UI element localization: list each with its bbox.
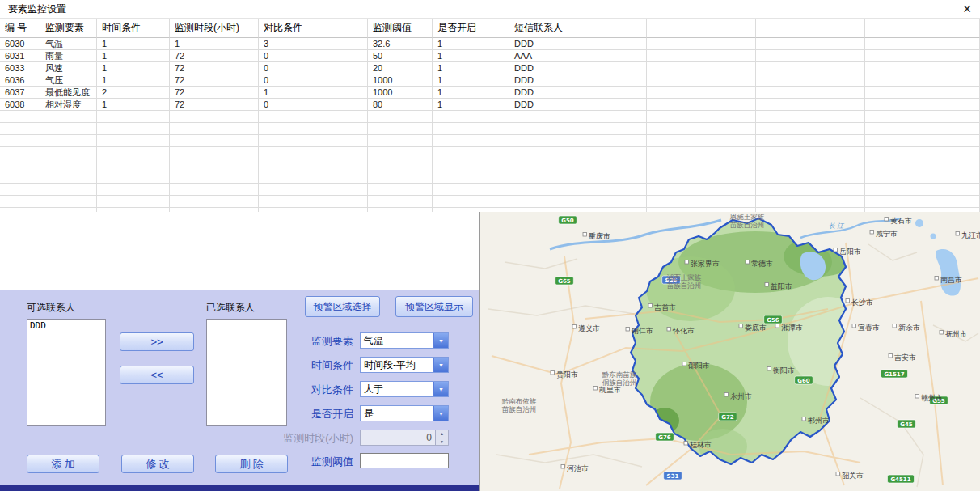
table-cell (865, 74, 980, 87)
table-cell (433, 111, 509, 123)
table-cell: 1 (97, 99, 170, 111)
modify-button[interactable]: 修 改 (121, 455, 194, 473)
table-row[interactable] (0, 123, 980, 135)
table-cell (756, 38, 865, 50)
table-row[interactable] (0, 135, 980, 147)
map-city-label: 贵阳市 (556, 370, 578, 379)
table-row[interactable]: 6031雨量1720501AAA (0, 50, 980, 62)
element-monitor-settings-window: 要素监控设置 ✕ 编 号监测要素时间条件监测时段(小时)对比条件监测阈值是否开启… (0, 0, 980, 491)
table-cell (368, 147, 433, 159)
map-city-label: 常德市 (751, 260, 773, 268)
table-cell (756, 87, 865, 99)
chevron-down-icon[interactable]: ▼ (433, 382, 448, 396)
table-row[interactable]: 6038相对湿度1720801DDD (0, 99, 980, 111)
table-row[interactable] (0, 196, 980, 208)
region-label: 湘西土家族 (666, 273, 702, 281)
table-row[interactable] (0, 171, 980, 184)
column-header[interactable]: 监测阈值 (368, 19, 433, 38)
monitor-table[interactable]: 编 号监测要素时间条件监测时段(小时)对比条件监测阈值是否开启短信联系人 603… (0, 18, 980, 213)
table-row[interactable]: 6033风速1720201DDD (0, 62, 980, 74)
chevron-down-icon[interactable]: ▼ (433, 406, 448, 421)
table-cell (40, 147, 97, 159)
map-city-label: 湘潭市 (781, 324, 803, 332)
chevron-down-icon[interactable]: ▼ (433, 333, 448, 348)
compare-condition-select[interactable]: 大于 ▼ (360, 381, 449, 397)
city-marker-icon (834, 248, 838, 252)
table-cell (259, 184, 368, 196)
enabled-label: 是否开启 (267, 408, 353, 421)
column-header[interactable]: 对比条件 (259, 19, 368, 38)
table-cell (509, 135, 647, 147)
column-header[interactable] (647, 19, 756, 38)
table-row[interactable]: 6030气温11332.61DDD (0, 38, 980, 50)
column-header[interactable] (865, 19, 980, 38)
time-condition-label: 时间条件 (267, 359, 353, 372)
map-city-label: 遵义市 (578, 324, 600, 332)
table-row[interactable]: 6037最低能见度272110001DDD (0, 87, 980, 99)
map-city-label: 桂林市 (690, 441, 712, 449)
table-row[interactable] (0, 184, 980, 196)
table-cell: 80 (368, 99, 433, 111)
table-row[interactable] (0, 111, 980, 123)
move-right-button[interactable]: >> (120, 332, 194, 351)
enabled-select[interactable]: 是 ▼ (360, 405, 449, 421)
chevron-down-icon[interactable]: ▼ (433, 358, 448, 372)
table-cell (259, 123, 368, 135)
table-cell: 72 (170, 74, 259, 87)
table-cell (509, 196, 647, 208)
city-marker-icon (724, 393, 729, 397)
table-cell (97, 111, 170, 123)
table-cell (647, 184, 756, 196)
column-header[interactable]: 时间条件 (97, 19, 170, 38)
column-header[interactable] (756, 19, 865, 38)
available-contacts-list[interactable]: DDD (27, 319, 106, 426)
spinner-down-icon: ▼ (436, 438, 448, 446)
warning-region-show-button[interactable]: 预警区域显示 (395, 296, 473, 317)
map-city-label: 娄底市 (745, 324, 767, 332)
warning-region-map[interactable]: G50G65S26G56G60G1517G72G55G45G76S31G4511… (479, 212, 980, 491)
element-select[interactable]: 气温 ▼ (360, 332, 449, 349)
table-cell: DDD (509, 87, 647, 99)
table-cell (433, 147, 509, 159)
threshold-input[interactable] (360, 453, 449, 468)
table-cell (40, 159, 97, 171)
table-row[interactable] (0, 159, 980, 171)
column-header[interactable]: 短信联系人 (509, 19, 647, 38)
add-button[interactable]: 添 加 (27, 455, 99, 473)
window-title: 要素监控设置 (8, 2, 66, 16)
table-row[interactable] (0, 147, 980, 159)
column-header[interactable]: 监测时段(小时) (170, 19, 259, 38)
close-icon[interactable]: ✕ (962, 3, 972, 15)
table-row[interactable]: 6036气压172010001DDD (0, 74, 980, 87)
time-condition-select[interactable]: 时间段-平均 ▼ (360, 357, 449, 373)
table-cell: 1 (97, 62, 170, 74)
table-cell: 20 (368, 62, 433, 74)
table-cell: 相对湿度 (40, 99, 97, 111)
table-cell (647, 111, 756, 123)
table-cell (865, 196, 980, 208)
table-cell (865, 135, 980, 147)
table-cell (0, 196, 40, 208)
move-left-button[interactable]: << (120, 366, 194, 384)
map-canvas[interactable]: G50G65S26G56G60G1517G72G55G45G76S31G4511… (480, 212, 980, 491)
table-cell: 最低能见度 (40, 87, 97, 99)
column-header[interactable]: 编 号 (0, 19, 40, 38)
table-cell: DDD (509, 38, 647, 50)
column-header[interactable]: 是否开启 (433, 19, 509, 38)
contact-item[interactable]: DDD (27, 320, 105, 332)
map-city-label: 抚州市 (945, 330, 967, 338)
table-cell (170, 123, 259, 135)
column-header[interactable]: 监测要素 (40, 19, 97, 38)
element-label: 监测要素 (267, 335, 353, 348)
map-city-label: 黄石市 (890, 217, 912, 225)
table-cell: 1 (433, 99, 509, 111)
element-value: 气温 (361, 333, 433, 348)
table-cell: 1000 (368, 87, 433, 99)
road-badge-label: G76 (658, 434, 671, 441)
delete-button[interactable]: 删 除 (215, 455, 288, 473)
city-marker-icon (956, 232, 960, 236)
table-cell (865, 38, 980, 50)
warning-region-select-button[interactable]: 预警区域选择 (305, 296, 380, 317)
table-cell: 1000 (368, 74, 433, 87)
table-cell (0, 135, 40, 147)
